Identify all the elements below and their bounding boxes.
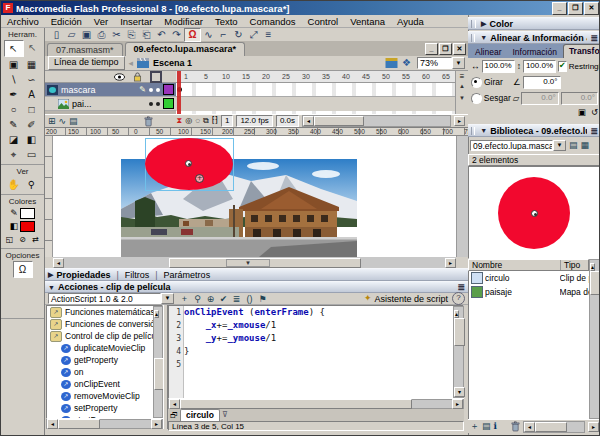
library-row[interactable]: circulo Clip de película bbox=[469, 271, 589, 285]
library-vertical-scrollbar[interactable]: ▴ bbox=[589, 259, 600, 419]
copy-icon[interactable]: ⎘ bbox=[124, 29, 139, 41]
zoom-select[interactable]: 73% ▼ bbox=[417, 57, 465, 69]
menu-item[interactable]: Control bbox=[302, 16, 345, 27]
align-icon[interactable]: ≡ bbox=[261, 29, 276, 41]
stroke-color-swatch[interactable] bbox=[20, 208, 35, 219]
print-icon[interactable]: ⎙ bbox=[94, 29, 109, 41]
rotate-angle-input[interactable]: 0.0° bbox=[523, 76, 561, 89]
tab-parametros[interactable]: Parámetros bbox=[164, 270, 211, 280]
panel-menu-icon[interactable]: ≣ bbox=[590, 33, 598, 43]
ait-tab[interactable]: Transformar bbox=[563, 44, 600, 58]
new-symbol-icon[interactable]: ＋ bbox=[470, 422, 479, 431]
tree-item[interactable]: ↗ duplicateMovieClip bbox=[47, 342, 162, 354]
tab-filtros[interactable]: Filtros bbox=[125, 270, 150, 280]
scroll-right-icon[interactable]: ▸ bbox=[454, 116, 465, 126]
check-syntax-icon[interactable]: ✔ bbox=[217, 294, 230, 304]
code-line[interactable]: onClipEvent (enterFrame) { bbox=[184, 306, 463, 319]
column-nombre[interactable]: Nombre bbox=[469, 260, 561, 270]
pencil-tool[interactable]: ✎ bbox=[5, 117, 23, 132]
minimize-icon[interactable]: _ bbox=[552, 2, 567, 15]
reset-transform-icon[interactable]: ↺ bbox=[591, 108, 598, 117]
collapse-arrow-icon[interactable]: ▼ bbox=[480, 127, 487, 134]
library-document-select[interactable]: 09.efecto.lupa.mascara ▼ bbox=[470, 140, 566, 151]
code-line[interactable] bbox=[184, 358, 463, 371]
add-motion-guide-icon[interactable]: ∿ bbox=[59, 117, 67, 126]
library-item-list[interactable]: circulo Clip de película paisaje Mapa de… bbox=[468, 271, 589, 419]
scroll-left-icon[interactable]: ◂ bbox=[303, 116, 314, 126]
eyedropper-tool[interactable]: ⌖ bbox=[5, 147, 23, 162]
smooth-icon[interactable]: ∿ bbox=[201, 29, 216, 41]
actions-toolbox-tree[interactable]: ↗ Funciones matemáticas ↗ Funciones de c… bbox=[46, 305, 163, 419]
minimize-icon[interactable]: _ bbox=[425, 43, 438, 55]
find-icon[interactable]: ⚲ bbox=[191, 294, 204, 304]
rotate-radio[interactable] bbox=[471, 77, 482, 88]
fill-color-swatch[interactable] bbox=[20, 221, 35, 232]
timeline-horizontal-scrollbar[interactable]: ◂ bbox=[302, 115, 451, 127]
layer-row-paisaje[interactable]: pai... bbox=[45, 97, 176, 111]
column-tipo[interactable]: Tipo bbox=[561, 260, 588, 270]
show-hide-eye-icon[interactable] bbox=[114, 73, 125, 81]
tree-item[interactable]: ↗ setProperty bbox=[47, 402, 162, 414]
skew-radio[interactable] bbox=[471, 93, 482, 104]
library-row[interactable]: paisaje Mapa de bits bbox=[469, 285, 589, 299]
insert-target-path-icon[interactable]: ⊕ bbox=[204, 294, 217, 304]
save-icon[interactable]: ▣ bbox=[79, 29, 94, 41]
expand-arrow-icon[interactable]: ▶ bbox=[481, 20, 486, 28]
zoom-tool[interactable]: ⚲ bbox=[23, 177, 41, 192]
edit-symbols-icon[interactable]: ❖ bbox=[402, 58, 411, 68]
ait-tab[interactable]: Alinear bbox=[470, 46, 506, 58]
script-tab-circulo[interactable]: circulo bbox=[180, 409, 220, 421]
modify-onion-markers-icon[interactable]: ⁅⁆ bbox=[212, 117, 218, 125]
debug-options-icon[interactable]: ⚑ bbox=[256, 294, 269, 304]
actions-panel-header[interactable]: ▼ Acciones - clip de película ≣ bbox=[45, 281, 468, 293]
menu-item[interactable]: Ventana bbox=[344, 16, 391, 27]
layer-frames-mascara[interactable] bbox=[176, 83, 455, 97]
undo-icon[interactable]: ↶ bbox=[154, 29, 169, 41]
document-tab[interactable]: 09.efecto.lupa.mascara* bbox=[125, 42, 246, 56]
script-horizontal-scrollbar[interactable]: ◂▸ bbox=[168, 399, 464, 409]
menu-item[interactable]: Edición bbox=[45, 16, 88, 27]
timeline-frame-ruler[interactable]: 15101520253035404550556065 bbox=[176, 71, 455, 83]
restore-icon[interactable]: ❐ bbox=[439, 43, 452, 55]
timeline-toggle-button[interactable]: Línea de tiempo bbox=[48, 56, 125, 70]
code-hint-icon[interactable]: () bbox=[243, 294, 256, 304]
actionscript-version-select[interactable]: ActionScript 1.0 & 2.0 ▼ bbox=[48, 293, 174, 304]
title-bar[interactable]: F Macromedia Flash Professional 8 - [09.… bbox=[1, 1, 600, 15]
tree-vertical-scrollbar[interactable]: ▴ bbox=[153, 306, 163, 418]
selection-tool[interactable]: ↖ bbox=[4, 40, 24, 57]
menu-item[interactable]: Archivo bbox=[1, 16, 45, 27]
playhead[interactable] bbox=[177, 71, 181, 114]
pen-tool[interactable]: ✒ bbox=[5, 87, 23, 102]
collapse-arrow-icon[interactable]: ▼ bbox=[48, 284, 55, 291]
tree-item[interactable]: ↗ getProperty bbox=[47, 354, 162, 366]
no-color-icon[interactable]: ⊘ bbox=[17, 236, 28, 244]
rotate-icon[interactable]: ↻ bbox=[231, 29, 246, 41]
scroll-left-icon[interactable]: ◂ bbox=[53, 258, 64, 268]
insert-layer-folder-icon[interactable]: ▤ bbox=[69, 117, 78, 126]
help-icon[interactable]: ? bbox=[452, 292, 465, 305]
skew-vertical-input[interactable]: 0.0° bbox=[561, 92, 598, 105]
menu-item[interactable]: Comandos bbox=[244, 16, 302, 27]
properties-info-icon[interactable]: ℹ bbox=[494, 422, 497, 431]
pin-script-icon[interactable]: ⊽ bbox=[222, 411, 228, 419]
scene-name[interactable]: Escena 1 bbox=[153, 58, 192, 68]
layer-visible-dot[interactable] bbox=[149, 88, 153, 92]
pin-library-icon[interactable]: ▤ bbox=[569, 141, 578, 150]
close-icon[interactable]: ✕ bbox=[584, 2, 599, 15]
menu-item[interactable]: Texto bbox=[209, 16, 244, 27]
oval-tool[interactable]: ○ bbox=[5, 102, 23, 117]
restore-icon[interactable]: ❐ bbox=[568, 2, 583, 15]
layer-name[interactable]: mascara bbox=[61, 85, 136, 95]
gradient-transform-tool[interactable]: ▦ bbox=[23, 57, 41, 72]
tab-propiedades[interactable]: Propiedades bbox=[56, 270, 110, 280]
tree-item[interactable]: ↗ onClipEvent bbox=[47, 378, 162, 390]
frame-view-options-icon[interactable]: ≡ bbox=[455, 71, 468, 83]
black-white-icon[interactable]: ◱ bbox=[4, 236, 15, 244]
onion-skin-outlines-icon[interactable]: ◌ bbox=[195, 117, 200, 125]
scale-width-input[interactable]: 100.0% bbox=[482, 60, 515, 73]
tree-item[interactable]: ↗ Control de clip de película bbox=[47, 330, 162, 342]
layer-row-mascara[interactable]: mascara ✎ bbox=[45, 83, 176, 97]
straighten-icon[interactable]: ⌐ bbox=[216, 29, 231, 41]
panel-splitter-grip[interactable]: ▼ bbox=[226, 259, 270, 267]
tree-item[interactable]: ↗ Funciones matemáticas bbox=[47, 306, 162, 318]
